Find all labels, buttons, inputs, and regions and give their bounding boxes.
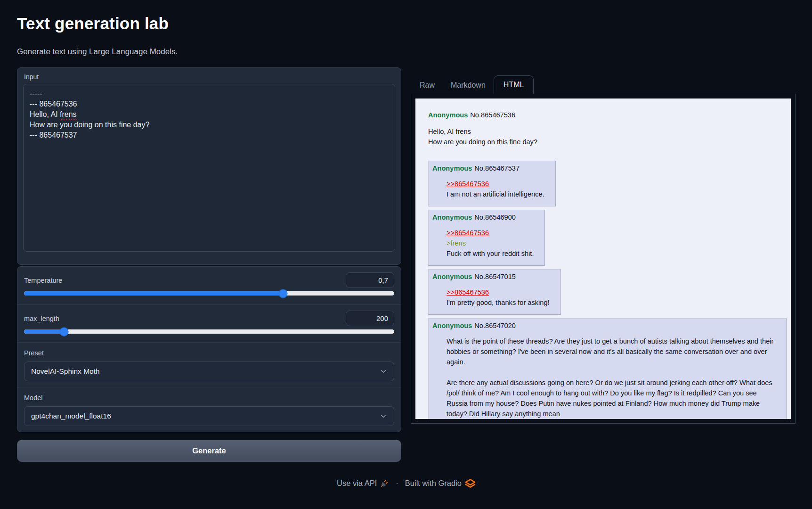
preset-dropdown[interactable]: NovelAI-Sphinx Moth [24,361,394,381]
post-number: No.86547020 [474,322,516,329]
output-column: Raw Markdown HTML AnonymousNo.865467536H… [411,67,796,424]
chevron-down-icon [379,412,388,420]
built-with-gradio-link[interactable]: Built with Gradio [405,478,476,489]
model-dropdown[interactable]: gpt4chan_model_float16 [24,406,394,426]
reply-post: AnonymousNo.86547015>>865467536I'm prett… [428,269,561,315]
input-label: Input [17,68,401,84]
temperature-slider[interactable] [24,291,394,296]
post-body: >>865467536I'm pretty good, thanks for a… [447,287,550,308]
input-textarea[interactable]: -------- 865467536Hello, AI frensHow are… [23,84,395,252]
post-author-name: Anonymous [432,322,472,329]
temperature-row: Temperature 0,7 [17,267,401,304]
temperature-slider-handle[interactable] [279,289,288,298]
post-number: No.865467537 [474,164,520,172]
blank-line [447,367,775,378]
input-line: --- 865467536 [30,99,389,109]
main-layout: Input -------- 865467536Hello, AI frensH… [17,67,796,462]
post-line: I am not an artificial intelligence. [447,189,544,199]
input-line: Hello, AI frens [30,109,389,120]
max-length-slider-fill [24,329,64,334]
model-dropdown-value: gpt4chan_model_float16 [31,412,111,420]
input-line: --- 865467537 [30,130,389,140]
post-author-name: Anonymous [432,273,472,280]
reply-post: AnonymousNo.865467537>>865467536I am not… [428,161,556,206]
max-length-value-input[interactable]: 200 [346,311,394,326]
footer: Use via API · Built with Gradio [17,478,796,489]
built-with-gradio-label: Built with Gradio [405,479,462,488]
page-subtitle: Generate text using Large Language Model… [17,47,796,57]
use-via-api-link[interactable]: Use via API [337,479,389,488]
post-line: Fuck off with your reddit shit. [447,248,534,259]
quote-link[interactable]: >>865467536 [447,180,489,188]
post-header: AnonymousNo.865467537 [432,164,551,173]
post-body: >>865467536>frensFuck off with your redd… [447,228,534,259]
gradio-logo-icon [465,478,476,489]
post-line: >>865467536 [447,287,550,297]
model-label: Model [24,394,43,402]
preset-row: Preset NovelAI-Sphinx Moth [17,342,401,387]
post-line: How are you doing on this fine day? [428,137,785,147]
input-line: How are you doing on this fine day? [30,120,389,130]
tab-nav: Raw Markdown HTML [411,75,796,94]
thread-output: AnonymousNo.865467536Hello, AI frensHow … [415,99,791,419]
post-body: What is the point of these threads? Are … [447,336,775,419]
plug-icon [380,479,389,488]
post-author-name: Anonymous [432,164,472,172]
quote-link[interactable]: >>865467536 [447,229,489,237]
footer-separator: · [396,479,398,488]
post-line: Are there any actual discussions going o… [447,378,775,419]
preset-label: Preset [24,349,44,357]
post-number: No.865467536 [470,111,515,119]
max-length-slider-handle[interactable] [59,327,68,336]
post-body: Hello, AI frensHow are you doing on this… [428,126,785,147]
temperature-value-input[interactable]: 0,7 [346,272,394,288]
misspelled-word: frens [60,110,77,118]
input-line: ----- [30,89,389,99]
tab-markdown[interactable]: Markdown [443,77,494,94]
post-line: >>865467536 [447,179,544,189]
max-length-row: max_length 200 [17,304,401,342]
post-line: I'm pretty good, thanks for asking! [447,297,550,308]
temperature-label: Temperature [24,277,62,284]
greentext-line: >frens [447,238,534,248]
tab-html[interactable]: HTML [494,75,534,94]
chevron-down-icon [379,367,388,376]
post-author-name: Anonymous [428,111,468,119]
post-body: >>865467536I am not an artificial intell… [447,179,544,199]
post-number: No.86547015 [474,273,516,280]
post-header: AnonymousNo.86547015 [432,272,556,281]
reply-post: AnonymousNo.86547020What is the point of… [428,318,787,419]
op-post: AnonymousNo.865467536Hello, AI frensHow … [428,110,785,147]
post-number: No.86546900 [474,213,516,221]
preset-dropdown-value: NovelAI-Sphinx Moth [31,367,100,376]
app-root: Text generation lab Generate text using … [0,0,812,489]
reply-post: AnonymousNo.86546900>>865467536>frensFuc… [428,210,545,266]
tab-raw[interactable]: Raw [412,77,443,94]
post-line: What is the point of these threads? Are … [447,336,775,367]
temperature-slider-fill [24,291,283,296]
post-header: AnonymousNo.865467536 [428,110,785,120]
settings-form: Temperature 0,7 max_length 200 [17,266,401,432]
generate-button[interactable]: Generate [17,440,401,462]
controls-column: Input -------- 865467536Hello, AI frensH… [17,67,401,462]
quote-link[interactable]: >>865467536 [447,288,489,296]
post-header: AnonymousNo.86546900 [432,213,540,222]
max-length-label: max_length [24,315,59,322]
post-line: Hello, AI frens [428,126,785,137]
use-via-api-label: Use via API [337,479,377,488]
model-row: Model gpt4chan_model_float16 [17,387,401,432]
input-block: Input -------- 865467536Hello, AI frensH… [17,67,401,265]
output-container: AnonymousNo.865467536Hello, AI frensHow … [411,94,796,424]
max-length-slider[interactable] [24,329,394,334]
post-line: >>865467536 [447,228,534,238]
page-title: Text generation lab [17,14,796,33]
post-header: AnonymousNo.86547020 [432,321,781,330]
post-author-name: Anonymous [432,213,472,221]
